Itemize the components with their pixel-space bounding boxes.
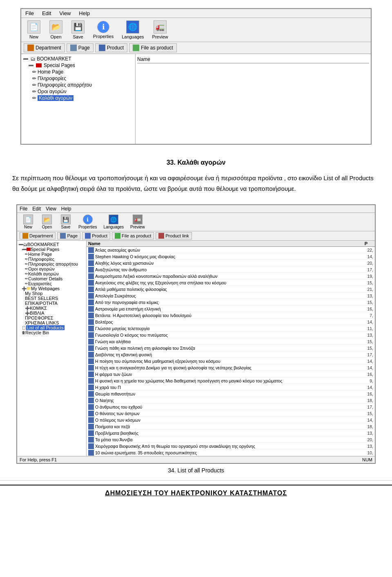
- product-price: 13,: [362, 444, 373, 449]
- product-price: 14,: [362, 320, 373, 324]
- menu-file[interactable]: File: [24, 10, 36, 17]
- btn3-department[interactable]: Department: [20, 232, 56, 239]
- btn-department[interactable]: Department: [24, 43, 65, 52]
- list-item[interactable]: Αστρονομία μια επιστήμη ελληνική 16,: [87, 306, 375, 312]
- list-item[interactable]: Απολογία Σωκράτους 13,: [87, 293, 375, 299]
- status-num: NUM: [362, 457, 372, 462]
- menu-view[interactable]: View: [58, 10, 72, 17]
- list-item[interactable]: Γνώση και αλήθεια 15,: [87, 338, 375, 345]
- list-item[interactable]: Η τύχη και η αναγκαιότητα Δοκίμιο για τη…: [87, 365, 375, 371]
- btn2-preview[interactable]: 🚛 Preview: [128, 214, 147, 230]
- tree2-myshop[interactable]: My Shop: [18, 291, 85, 296]
- list-item[interactable]: Βετάντα. Η Αριστοτελική φιλοσοφία του Ιν…: [87, 312, 375, 319]
- tree2-webpages[interactable]: ➕ 📁 My Webpages: [18, 286, 85, 291]
- tree2-plir[interactable]: ✏ Πληροφορίες: [18, 257, 85, 262]
- product-icon: [88, 437, 94, 443]
- tree2-vivlia[interactable]: ➕ ΒΙΒΛΙΑ: [18, 311, 85, 315]
- list-item[interactable]: Γλώσσα μαγείας τελετουργία 11,: [87, 325, 375, 332]
- languages-icon: 🌐: [126, 20, 139, 34]
- list-item[interactable]: Η ποίηση του σύμπαντος Μια μαθηματική εξ…: [87, 358, 375, 365]
- list-item[interactable]: Αληθής λόγος κατά χριστιανών 20,: [87, 260, 375, 266]
- tree2-customer[interactable]: ✏ Customer Details: [18, 276, 85, 281]
- list-item[interactable]: Απλά μαθήματα πολιτικής φιλοσοφίας 21,: [87, 286, 375, 293]
- list-item[interactable]: Ανεγεύσεις στις φλέβες της γης Εξερεύνησ…: [87, 280, 375, 286]
- btn2-save[interactable]: 💾 Save: [57, 214, 74, 230]
- tree2-homepage[interactable]: ✏ Home Page: [18, 252, 85, 257]
- tree2-oroi[interactable]: ✏ Οροι αγορών: [18, 266, 85, 271]
- menu-edit[interactable]: Edit: [40, 10, 53, 17]
- list-item[interactable]: Ποιήματα και πεζά 18,: [87, 423, 375, 430]
- list-item[interactable]: Stephen Hawking Ο κόσμος μας ιδιοφυίας 1…: [87, 253, 375, 260]
- tree2-xrisima[interactable]: ΧΡΗΣΙΜΑ LINKS: [18, 320, 85, 325]
- tree-plirofories[interactable]: ✏ Πληροφορίες: [23, 75, 134, 82]
- product-price: 10,: [362, 450, 373, 455]
- btn2-new[interactable]: 📄 New: [20, 214, 37, 230]
- list-item[interactable]: Η χαρά του Π 14,: [87, 384, 375, 391]
- list-item[interactable]: Ο πόλεμος των κόσμων 14,: [87, 417, 375, 423]
- menu-help[interactable]: Help: [77, 10, 91, 17]
- list-item[interactable]: Άτλας ανατομίας φυτών 22,: [87, 247, 375, 253]
- btn-product[interactable]: Product: [95, 43, 127, 52]
- list-item[interactable]: Ο Ναήτης 18,: [87, 397, 375, 404]
- list-item[interactable]: Βολτέρος 14,: [87, 319, 375, 325]
- list-item[interactable]: Τα μάτια του Άννιβα 20,: [87, 436, 375, 443]
- btn-properties[interactable]: ℹ Properties: [90, 20, 117, 40]
- list-item[interactable]: Προβλήματα βιοηθικής 13,: [87, 430, 375, 436]
- btn2-open[interactable]: 📂 Open: [38, 214, 56, 230]
- list-item[interactable]: 10 αιώνια ερωτήματα. 35 σπουδαίες προσωπ…: [87, 450, 375, 456]
- btn3-page[interactable]: Page: [57, 232, 80, 239]
- btn3-product-link[interactable]: Product link: [156, 232, 192, 239]
- btn-preview[interactable]: 🚛 Preview: [149, 20, 172, 40]
- list-item[interactable]: Διαβόντας τη κβαντική φυσική 17,: [87, 351, 375, 358]
- list-item[interactable]: Χειρόγραφα Βιοφυσικής Από τη θεωρία του …: [87, 443, 375, 450]
- tree2-list-all-products[interactable]: 📋 List of all Products: [18, 325, 85, 330]
- list-item[interactable]: Θεωρία πιθανοτήτων 16,: [87, 391, 375, 397]
- tree-home-page[interactable]: ✏ Home Page: [23, 69, 134, 75]
- btn-open[interactable]: 📂 Open: [46, 20, 66, 40]
- list-item[interactable]: Ο άνθρωπος του εχθρού 17,: [87, 404, 375, 410]
- tree-bookmarket[interactable]: ➖ 🗂 BOOKMARKET: [23, 56, 134, 62]
- btn3-product[interactable]: Product: [82, 232, 110, 239]
- list-item[interactable]: Γνώση πάθη και πολιτική στη φιλοσοφία το…: [87, 345, 375, 351]
- list-item[interactable]: Από την πορνογραφία στα κόμικς 15,: [87, 299, 375, 306]
- product-name: Άτλας ανατομίας φυτών: [95, 248, 362, 253]
- tree2-plir-ap[interactable]: ✏ Πληροφορίες απορρήτου: [18, 262, 85, 266]
- menu2-view[interactable]: View: [46, 206, 56, 212]
- tree2-kalathi[interactable]: ✏ Καλάθι αγορών: [18, 271, 85, 276]
- list-item[interactable]: Αναμοσίτματα Λεξικό κοινοτοπικών παραδεκ…: [87, 273, 375, 280]
- btn-save[interactable]: 💾 Save: [68, 20, 88, 40]
- tree-oroi[interactable]: ✏ Οροι αγορών: [23, 88, 134, 95]
- hp2-icon: ✏: [25, 252, 28, 256]
- btn-languages[interactable]: 🌐 Languages: [118, 20, 147, 40]
- tree2-prosfores[interactable]: ΠΡΟΣΦΟΡΕΣ: [18, 315, 85, 320]
- tree2-euxar[interactable]: ✏ Ευχαριστίες: [18, 281, 85, 286]
- list-item[interactable]: Ο θάνατος των άστρων 15,: [87, 410, 375, 417]
- tree2-epik[interactable]: ΕΠΙΚΑΙΡΟΤΗΤΑ: [18, 301, 85, 306]
- list-item[interactable]: Αναζητώντας τον άνθρωπο 17,: [87, 266, 375, 273]
- tree2-recycle[interactable]: 🗑 Recycle Bin: [18, 330, 85, 335]
- tree-plirofories-ap[interactable]: ✏ Πληροφορίες απορρήτου: [23, 82, 134, 88]
- btn3-file-as-product[interactable]: File as product: [112, 232, 154, 239]
- tree2-special[interactable]: ➖ Special Pages: [18, 247, 85, 252]
- menu2-help[interactable]: Help: [61, 206, 71, 212]
- list-item[interactable]: Η φυσική και η χημεία του χρώματος Μια δ…: [87, 378, 375, 384]
- btn-page[interactable]: Page: [67, 43, 94, 52]
- list-item[interactable]: Η φάρμα των ζώων 16,: [87, 371, 375, 378]
- btn2-properties[interactable]: ℹ Properties: [76, 214, 100, 230]
- kal2-icon: ✏: [25, 272, 28, 276]
- btn2-languages[interactable]: 🌐 Languages: [101, 214, 127, 230]
- btn-new[interactable]: 📄 New: [24, 20, 44, 40]
- tree-special-pages[interactable]: ➖ Special Pages: [23, 62, 134, 69]
- tree2-bookmarket[interactable]: ➖ 🗂 BOOKMARKET: [18, 242, 85, 247]
- list-item[interactable]: Γνωσιολογία Ο κόσμος του πνεύματος 13,: [87, 332, 375, 338]
- btn-file-as-product[interactable]: File as product: [129, 43, 177, 52]
- menu2-file[interactable]: File: [20, 206, 27, 212]
- product-name: Βολτέρος: [95, 320, 362, 324]
- cust2-icon: ✏: [25, 277, 28, 281]
- tree2-komiks[interactable]: ➕ ΚΟΜΙΚΣ: [18, 306, 85, 311]
- save2-icon: 💾: [61, 215, 71, 224]
- tree-kalathi[interactable]: ✏ Καλάθι αγορών: [23, 95, 134, 101]
- exp2-icon: ➖: [18, 242, 23, 247]
- menu2-edit[interactable]: Edit: [32, 206, 41, 212]
- tree2-bestsellers[interactable]: BEST SELLERS: [18, 296, 85, 301]
